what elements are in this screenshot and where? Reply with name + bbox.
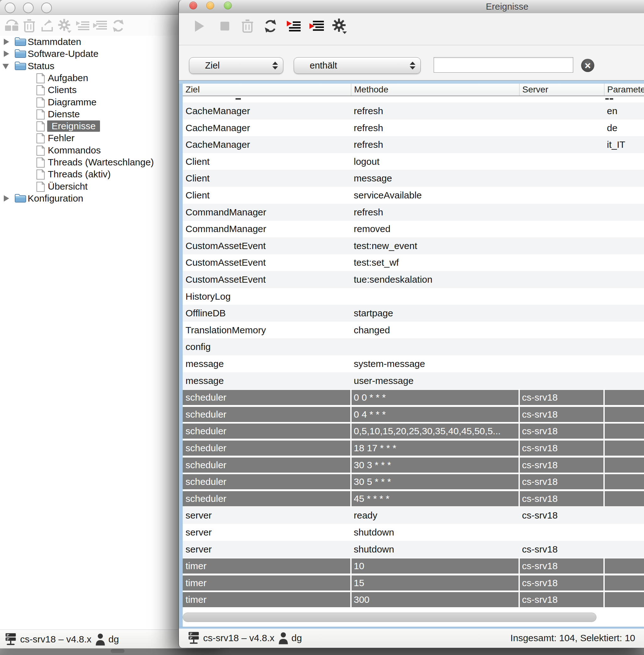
table-row[interactable]: CacheManagerrefreshit_IT <box>183 136 644 153</box>
table-row[interactable]: scheduler30 3 * * *cs-srv18 <box>183 457 644 473</box>
table-row[interactable]: CustomAssetEventtue:sendeskalation <box>183 271 644 288</box>
close-button-inactive[interactable] <box>5 2 16 13</box>
cell-parameter <box>604 153 644 170</box>
cell-ziel: Client <box>183 187 351 204</box>
table-row[interactable]: ClientserviceAvailable <box>183 187 644 204</box>
cell-parameter: it_IT <box>604 136 644 153</box>
cell-parameter <box>604 473 644 490</box>
column-header-methode[interactable]: Methode <box>351 84 519 96</box>
table-row[interactable]: timer300cs-srv18 <box>183 591 644 608</box>
table-row[interactable]: scheduler0 0 * * *cs-srv18 <box>183 389 644 406</box>
cell-server: cs-srv18 <box>519 541 604 558</box>
selected-row-column-divider <box>603 473 605 490</box>
cell-parameter <box>604 575 644 591</box>
cell-methode: refresh <box>351 119 519 137</box>
table-row[interactable]: HistoryLog <box>183 288 644 305</box>
cell-server <box>519 355 604 372</box>
disclosure-open-icon[interactable] <box>2 64 9 69</box>
popup-arrows-icon <box>410 62 415 70</box>
cell-methode: shutdown <box>351 524 519 541</box>
table-row[interactable]: scheduler0,5,10,15,20,25,30,35,40,45,50,… <box>183 423 644 440</box>
horizontal-scrollbar-thumb[interactable] <box>183 612 597 622</box>
selected-row-column-divider <box>519 558 520 575</box>
tree-label: Threads (aktiv) <box>48 168 111 180</box>
table-focus-ring-left <box>179 84 183 627</box>
gear-menu-icon[interactable] <box>332 18 347 34</box>
tree-label: Status <box>28 60 54 72</box>
ereignisse-window: Ereignisse Ziel enth <box>178 0 644 648</box>
refresh-icon[interactable] <box>262 18 278 34</box>
table-row[interactable]: scheduler30 5 * * *cs-srv18 <box>183 473 644 490</box>
cell-server <box>519 170 604 187</box>
filter-operator-popup[interactable]: enthält <box>294 57 421 74</box>
selected-row-column-divider <box>519 490 520 507</box>
table-row[interactable]: CommandManagerrefresh <box>183 204 644 221</box>
minimize-button-inactive[interactable] <box>23 2 33 13</box>
table-row[interactable]: servershutdowncs-srv18 <box>183 541 644 558</box>
table-row[interactable]: CacheManagerrefreshen <box>183 102 644 119</box>
cell-server <box>519 204 604 221</box>
cell-ziel: Client <box>183 153 351 170</box>
table-row[interactable]: config <box>183 338 644 355</box>
selected-row-column-divider <box>519 575 520 591</box>
table-row[interactable]: CustomAssetEventtest:new_event <box>183 237 644 254</box>
table-row[interactable]: servershutdown <box>183 524 644 541</box>
cell-server: cs-srv18 <box>519 507 604 524</box>
filter-field-label: Ziel <box>189 61 272 71</box>
document-icon <box>36 169 45 182</box>
document-icon <box>36 85 45 98</box>
disclosure-closed-icon[interactable] <box>4 39 9 45</box>
table-row[interactable]: timer10cs-srv18 <box>183 558 644 575</box>
ereignisse-toolbar <box>179 13 644 45</box>
zoom-button-inactive[interactable] <box>41 2 52 13</box>
cell-parameter <box>604 254 644 271</box>
close-button[interactable] <box>189 2 197 9</box>
cell-server: cs-srv18 <box>519 423 604 440</box>
table-row[interactable]: OfflineDBstartpage <box>183 305 644 322</box>
cell-ziel: CacheManager <box>183 102 351 119</box>
table-row[interactable]: messageuser-message <box>183 372 644 389</box>
table-row[interactable]: messagesystem-message <box>183 355 644 372</box>
folder-icon <box>15 61 26 73</box>
column-header-server[interactable]: Server <box>519 84 604 96</box>
filter-field-popup[interactable]: Ziel <box>189 57 283 74</box>
cell-methode: 0 0 * * * <box>351 389 519 406</box>
disclosure-closed-icon[interactable] <box>4 51 9 57</box>
table-row[interactable]: Clientmessage <box>183 170 644 187</box>
table-row[interactable]: Clientlogout <box>183 153 644 170</box>
cell-methode: changed <box>351 322 519 339</box>
table-row[interactable]: scheduler18 17 * * *cs-srv18 <box>183 440 644 457</box>
ereignisse-titlebar[interactable]: Ereignisse <box>179 0 644 14</box>
table-row[interactable]: TranslationMemorychanged <box>183 322 644 339</box>
filter-text-input[interactable] <box>434 57 573 73</box>
table-row[interactable]: CommandManagerremoved <box>183 220 644 237</box>
cell-parameter <box>604 507 644 524</box>
disclosure-closed-icon[interactable] <box>4 195 9 202</box>
selected-row-column-divider <box>350 575 351 591</box>
table-row[interactable]: CacheManagerrefreshde <box>183 119 644 137</box>
cell-server <box>519 372 604 389</box>
event-insert-icon[interactable] <box>286 18 302 34</box>
table-row[interactable]: timer15cs-srv18 <box>183 575 644 591</box>
table-row[interactable]: scheduler0 4 * * *cs-srv18 <box>183 406 644 423</box>
column-header-parameter[interactable]: Parameter <box>604 84 644 96</box>
zoom-button[interactable] <box>224 2 232 9</box>
cell-server: cs-srv18 <box>519 389 604 406</box>
selected-row-column-divider <box>603 423 605 440</box>
table-header: Ziel Methode Server Parameter <box>183 84 644 96</box>
cell-parameter <box>604 187 644 204</box>
table-row[interactable]: CustomAssetEventtest:set_wf <box>183 254 644 271</box>
selected-row-column-divider <box>519 591 520 608</box>
cell-parameter <box>604 288 644 305</box>
event-insert-alt-icon[interactable] <box>309 18 325 34</box>
cell-ziel: server <box>183 507 351 524</box>
table-row[interactable]: scheduler45 * * * *cs-srv18 <box>183 490 644 507</box>
minimize-button[interactable] <box>206 2 214 9</box>
server-stack-icon <box>4 632 18 647</box>
background-scrollbar-thumb[interactable] <box>111 649 124 653</box>
cell-methode: tue:sendeskalation <box>351 271 519 288</box>
server-stack-icon <box>187 631 201 645</box>
column-header-ziel[interactable]: Ziel <box>183 84 351 96</box>
clear-filter-button[interactable]: × <box>581 59 594 72</box>
table-row[interactable]: serverreadycs-srv18 <box>183 507 644 524</box>
